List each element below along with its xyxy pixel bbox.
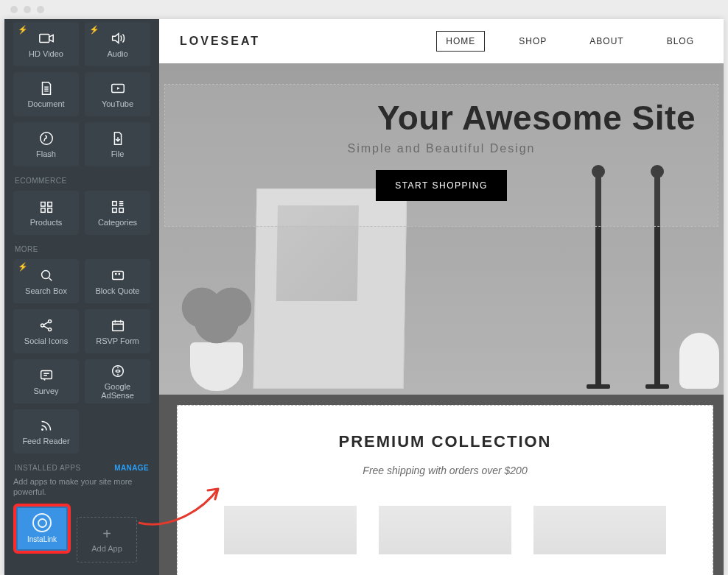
tile-hd-video[interactable]: ⚡ HD Video (13, 22, 79, 66)
tile-audio[interactable]: ⚡ Audio (85, 22, 150, 66)
quote-icon (110, 267, 126, 283)
nav-shop[interactable]: SHOP (510, 32, 556, 51)
installed-apps-label: INSTALLED APPS (15, 464, 81, 472)
product-thumbs (200, 506, 690, 554)
start-shopping-button[interactable]: START SHOPPING (376, 170, 507, 201)
instalink-label: InstaLink (27, 535, 57, 543)
tile-label: RSVP Form (96, 336, 139, 345)
close-dot[interactable] (10, 6, 18, 13)
instalink-app-tile[interactable]: InstaLink (13, 504, 71, 554)
survey-icon (38, 367, 55, 384)
youtube-icon (110, 80, 126, 96)
svg-rect-8 (112, 208, 116, 213)
categories-icon (110, 199, 126, 215)
installed-apps-desc: Add apps to make your site more powerful… (13, 476, 150, 498)
hero-title[interactable]: Your Awesome Site (187, 98, 696, 138)
tile-label: Search Box (25, 286, 67, 295)
media-grid: ⚡ HD Video ⚡ Audio (4, 22, 159, 166)
svg-rect-0 (39, 34, 49, 42)
min-dot[interactable] (24, 6, 31, 13)
svg-rect-9 (119, 208, 123, 213)
products-icon (38, 199, 55, 215)
file-icon (110, 130, 126, 147)
lightning-icon: ⚡ (18, 262, 28, 272)
nav-blog[interactable]: BLOG (658, 32, 703, 51)
hero-content-box[interactable]: Your Awesome Site Simple and Beautiful D… (164, 84, 718, 227)
premium-subtitle[interactable]: Free shipping with orders over $200 (200, 465, 690, 476)
tile-social-icons[interactable]: Social Icons (13, 309, 79, 353)
search-icon (38, 267, 55, 283)
svg-point-13 (48, 320, 51, 322)
tile-categories[interactable]: Categories (85, 191, 150, 235)
plant-graphic (190, 342, 243, 391)
site-preview[interactable]: LOVESEAT HOME SHOP ABOUT BLOG (159, 19, 724, 575)
tile-file[interactable]: File (85, 122, 150, 166)
svg-rect-7 (112, 202, 116, 206)
window-titlebar (0, 0, 728, 19)
product-thumb[interactable] (379, 506, 511, 554)
instagram-icon (32, 513, 52, 532)
nav-about[interactable]: ABOUT (581, 32, 632, 51)
adsense-icon (110, 363, 126, 379)
tile-google-adsense[interactable]: Google AdSense (85, 359, 150, 403)
flash-icon (38, 130, 55, 147)
browser-chrome: ⚡ HD Video ⚡ Audio (0, 0, 728, 575)
tile-survey[interactable]: Survey (13, 359, 79, 403)
manage-link[interactable]: MANAGE (114, 464, 149, 472)
svg-rect-3 (41, 202, 45, 207)
tile-rsvp-form[interactable]: RSVP Form (85, 309, 150, 353)
hero-section[interactable]: Your Awesome Site Simple and Beautiful D… (159, 63, 724, 395)
svg-point-14 (48, 328, 51, 331)
tile-label: Social Icons (24, 336, 68, 345)
tile-search-box[interactable]: ⚡ Search Box (13, 259, 79, 303)
tile-label: Categories (98, 218, 137, 227)
tile-flash[interactable]: Flash (13, 122, 79, 166)
section-label-ecommerce: ECOMMERCE (4, 166, 159, 191)
hero-subtitle[interactable]: Simple and Beautiful Design (187, 142, 696, 155)
svg-rect-4 (47, 202, 52, 207)
product-thumb[interactable] (224, 506, 357, 554)
tile-label: Google AdSense (101, 382, 134, 400)
add-app-button[interactable]: + Add App (77, 517, 137, 562)
svg-rect-6 (47, 208, 52, 213)
max-dot[interactable] (37, 6, 44, 13)
svg-point-12 (41, 324, 43, 327)
add-app-label: Add App (91, 544, 122, 553)
svg-rect-11 (112, 271, 123, 279)
share-icon (38, 317, 55, 334)
tile-block-quote[interactable]: Block Quote (85, 259, 150, 303)
premium-title[interactable]: PREMIUM COLLECTION (200, 432, 690, 451)
tile-label: Document (27, 99, 64, 108)
document-icon (38, 80, 55, 96)
tile-label: Flash (36, 149, 56, 158)
svg-point-10 (41, 271, 49, 279)
calendar-icon (110, 317, 126, 334)
svg-point-18 (41, 428, 43, 431)
tile-label: HD Video (29, 49, 63, 58)
svg-rect-16 (41, 371, 52, 379)
tile-label: Feed Reader (22, 437, 69, 445)
tile-label: Block Quote (96, 286, 140, 295)
svg-rect-15 (112, 321, 123, 331)
lightning-icon: ⚡ (89, 25, 99, 35)
tile-youtube[interactable]: YouTube (85, 72, 150, 116)
lightning-icon: ⚡ (18, 25, 28, 35)
installed-apps: INSTALLED APPS MANAGE Add apps to make y… (4, 454, 159, 562)
tile-label: Audio (107, 49, 127, 58)
tile-label: YouTube (102, 99, 133, 108)
site-header: LOVESEAT HOME SHOP ABOUT BLOG (159, 19, 724, 63)
site-nav: HOME SHOP ABOUT BLOG (436, 31, 703, 52)
product-thumb[interactable] (533, 506, 666, 554)
section-label-more: MORE (4, 235, 159, 259)
nav-home[interactable]: HOME (436, 31, 485, 52)
tile-document[interactable]: Document (13, 72, 79, 116)
tile-label: Survey (33, 387, 58, 395)
tile-products[interactable]: Products (13, 191, 79, 235)
site-brand[interactable]: LOVESEAT (180, 35, 260, 48)
video-icon (38, 30, 55, 46)
tile-feed-reader[interactable]: Feed Reader (13, 409, 79, 454)
tile-label: Products (30, 218, 62, 227)
premium-section[interactable]: PREMIUM COLLECTION Free shipping with or… (177, 405, 713, 575)
tile-label: File (111, 149, 125, 158)
more-grid: ⚡ Search Box Block Quote Soci (4, 259, 159, 454)
